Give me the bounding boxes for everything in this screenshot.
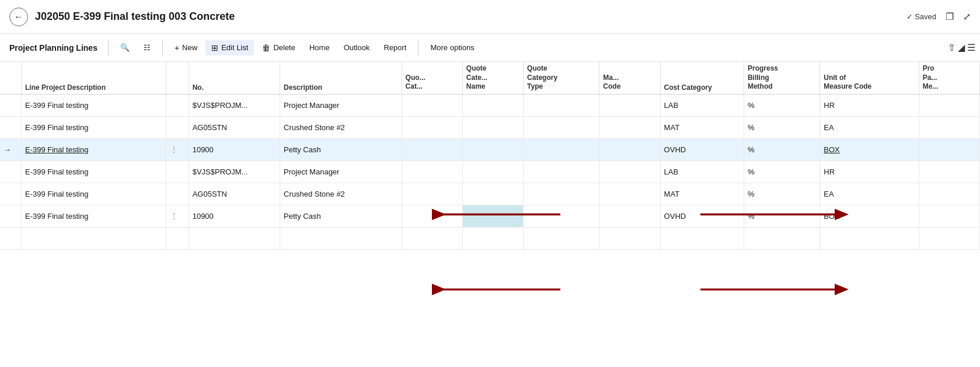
edit-list-button[interactable]: ⊞ Edit List [205,40,254,55]
cell-quo-cat-name[interactable] [462,94,523,116]
cell-quo-cat-name[interactable] [462,116,523,138]
cell-arrow[interactable] [0,227,21,249]
cell-pro-pay[interactable] [919,116,979,138]
report-button[interactable]: Report [378,40,412,55]
collapse-button[interactable]: ⤢ [963,11,971,22]
cell-arrow[interactable] [0,160,21,183]
cell-quo-cat[interactable] [402,205,462,227]
open-in-new-window-button[interactable]: ❐ [946,11,954,22]
cell-arrow[interactable] [0,183,21,205]
cell-quo-cat[interactable] [402,116,462,138]
cell-ma-code[interactable] [599,138,660,160]
cell-drag[interactable] [166,160,189,183]
filter-rows-button[interactable]: ☷ [138,40,156,55]
cell-quo-cat-name[interactable] [462,205,523,227]
cell-cost-category[interactable]: MAT [660,116,744,138]
more-options-button[interactable]: More options [424,40,480,55]
cell-cost-category[interactable] [660,227,744,249]
table-row[interactable]: E-399 Final testing⋮10900Petty CashOVHD%… [0,205,980,227]
cell-cost-category[interactable]: MAT [660,183,744,205]
back-button[interactable]: ← [9,8,28,26]
cell-arrow[interactable] [0,94,21,116]
cell-quo-cat-type[interactable] [524,205,599,227]
cell-quo-cat[interactable] [402,160,462,183]
cell-unit-measure-code[interactable]: BOX [820,205,919,227]
cell-quo-cat-name[interactable] [462,183,523,205]
table-row[interactable]: →E-399 Final testing⋮10900Petty CashOVHD… [0,138,980,160]
cell-unit-measure-code[interactable]: EA [820,183,919,205]
cell-arrow[interactable]: → [0,138,21,160]
cell-progress-billing[interactable]: % [744,183,819,205]
cell-drag[interactable] [166,183,189,205]
cell-quo-cat-type[interactable] [524,160,599,183]
cell-description[interactable]: Petty Cash [280,205,402,227]
cell-drag[interactable] [166,94,189,116]
header-cost-category[interactable]: Cost Category [660,62,744,94]
cell-description[interactable]: Petty Cash [280,138,402,160]
cell-ma-code[interactable] [599,160,660,183]
table-row[interactable]: E-399 Final testing$VJS$PROJM...Project … [0,160,980,183]
cell-line-project-desc[interactable]: E-399 Final testing [21,160,166,183]
cell-cost-category[interactable]: OVHD [660,205,744,227]
header-pro-pay[interactable]: ProPa...Me... [919,62,979,94]
cell-line-project-desc[interactable]: E-399 Final testing [21,116,166,138]
cell-quo-cat[interactable] [402,227,462,249]
cell-drag[interactable]: ⋮ [166,205,189,227]
cell-pro-pay[interactable] [919,138,979,160]
cell-no[interactable]: $VJS$PROJM... [189,94,280,116]
cell-progress-billing[interactable]: % [744,116,819,138]
cell-line-project-desc[interactable]: E-399 Final testing [21,183,166,205]
column-settings-button[interactable]: ☰ [967,42,975,53]
cell-quo-cat-name[interactable] [462,160,523,183]
filter-button[interactable]: ◢ [958,42,965,53]
cell-ma-code[interactable] [599,227,660,249]
cell-drag[interactable] [166,116,189,138]
header-line-project-desc[interactable]: Line Project Description [21,62,166,94]
cell-quo-cat-type[interactable] [524,138,599,160]
cell-pro-pay[interactable] [919,94,979,116]
cell-unit-measure-code[interactable]: EA [820,116,919,138]
table-row[interactable]: E-399 Final testingAG05STNCrushed Stone … [0,183,980,205]
cell-line-project-desc[interactable]: E-399 Final testing [21,138,166,160]
cell-no[interactable]: AG05STN [189,116,280,138]
cell-description[interactable]: Project Manager [280,94,402,116]
delete-button[interactable]: 🗑 Delete [256,40,301,55]
header-ma-code[interactable]: Ma...Code [599,62,660,94]
cell-ma-code[interactable] [599,94,660,116]
cell-line-project-desc[interactable]: E-399 Final testing [21,205,166,227]
cell-description[interactable]: Crushed Stone #2 [280,183,402,205]
cell-unit-measure-code[interactable]: HR [820,94,919,116]
cell-no[interactable]: 10900 [189,205,280,227]
cell-cost-category[interactable]: OVHD [660,138,744,160]
cell-quo-cat[interactable] [402,94,462,116]
cell-cost-category[interactable]: LAB [660,160,744,183]
cell-ma-code[interactable] [599,205,660,227]
cell-unit-measure-code[interactable] [820,227,919,249]
cell-no[interactable] [189,227,280,249]
cell-quo-cat-name[interactable] [462,138,523,160]
cell-drag[interactable]: ⋮ [166,138,189,160]
cell-description[interactable] [280,227,402,249]
cell-unit-measure-code[interactable]: BOX [820,138,919,160]
new-button[interactable]: + New [169,40,203,55]
cell-progress-billing[interactable]: % [744,205,819,227]
cell-quo-cat[interactable] [402,138,462,160]
home-button[interactable]: Home [304,40,336,55]
table-row[interactable]: E-399 Final testingAG05STNCrushed Stone … [0,116,980,138]
cell-progress-billing[interactable]: % [744,160,819,183]
cell-quo-cat-type[interactable] [524,227,599,249]
cell-ma-code[interactable] [599,183,660,205]
cell-quo-cat-type[interactable] [524,183,599,205]
header-unit-measure-code[interactable]: Unit ofMeasure Code [820,62,919,94]
cell-progress-billing[interactable]: % [744,138,819,160]
cell-unit-measure-code[interactable]: HR [820,160,919,183]
cell-pro-pay[interactable] [919,205,979,227]
share-button[interactable]: ⇧ [948,42,955,53]
cell-quo-cat-type[interactable] [524,116,599,138]
search-button[interactable]: 🔍 [114,40,135,55]
cell-ma-code[interactable] [599,116,660,138]
cell-arrow[interactable] [0,205,21,227]
header-progress-billing[interactable]: ProgressBillingMethod [744,62,819,94]
cell-quo-cat-name[interactable] [462,227,523,249]
cell-progress-billing[interactable]: % [744,94,819,116]
